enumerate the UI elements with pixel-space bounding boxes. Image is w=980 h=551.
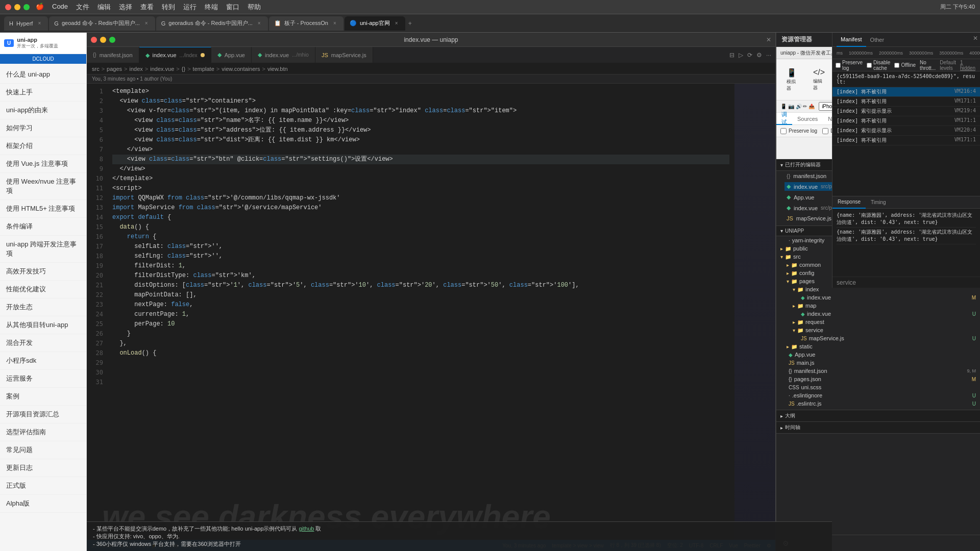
overlay-disable-cache[interactable]: Disable cache xyxy=(867,60,890,71)
sidebar-item-origin[interactable]: uni-app的由来 xyxy=(0,102,86,119)
sidebar-item-ops[interactable]: 运营服务 xyxy=(0,370,86,388)
tree-item-request[interactable]: ▸ 📁 request xyxy=(776,318,980,326)
tree-item-indexvue[interactable]: ◆ index.vue U xyxy=(776,310,980,318)
sidebar-item-performance[interactable]: 性能优化建议 xyxy=(0,281,86,298)
debug-icon[interactable]: ⟳ xyxy=(747,52,752,59)
new-tab-button[interactable]: + xyxy=(406,18,414,29)
overlay-close-btn[interactable]: ✕ xyxy=(973,35,978,42)
close-dot[interactable] xyxy=(5,4,11,10)
network-row-1[interactable]: [index] 将不被引用 VM171:1 xyxy=(832,97,980,107)
sidebar-item-condition[interactable]: 条件编译 xyxy=(0,218,86,236)
menu-app[interactable]: 🍎 xyxy=(36,3,44,12)
hidden-count[interactable]: 1 hidden xyxy=(960,60,975,71)
ide-close-btn[interactable]: ✕ xyxy=(766,36,771,43)
browser-tab-uniapp[interactable]: 🔵 uni-app官网 × xyxy=(345,16,405,31)
tree-item-service[interactable]: ▾ 📁 service xyxy=(776,326,980,334)
tree-item-indexvue[interactable]: ◆ index.vue M xyxy=(776,293,980,302)
tree-item-Appvue[interactable]: ◆ App.vue xyxy=(776,350,980,359)
menu-edit[interactable]: 编辑 xyxy=(97,3,111,12)
tab-close-geoadd[interactable]: × xyxy=(143,20,150,27)
tree-item-static[interactable]: ▸ 📁 static xyxy=(776,342,980,350)
outline-section-header[interactable]: ▸ 大纲 xyxy=(776,410,980,422)
menu-file[interactable]: 文件 xyxy=(76,3,89,12)
tree-item-eslintignore[interactable]: · .eslintignore U xyxy=(776,391,980,399)
sidebar-item-cases[interactable]: 案例 xyxy=(0,388,86,406)
tab-close-georadius[interactable]: × xyxy=(256,20,263,27)
tree-item-manifestjson[interactable]: {} manifest.json 9, M xyxy=(776,367,980,375)
network-row-3[interactable]: [index] 将不被引用 VM171:1 xyxy=(832,116,980,126)
response-tab-timing[interactable]: Timing xyxy=(866,196,891,209)
tree-item-uniscss[interactable]: CSS uni.scss xyxy=(776,383,980,391)
play-icon[interactable]: ▷ xyxy=(739,52,743,59)
ide-maximize[interactable] xyxy=(109,37,115,43)
code-content[interactable]: <template> <view class=class="str">"cont… xyxy=(107,84,734,540)
tab-close-uniapp[interactable]: × xyxy=(393,20,400,27)
sidebar-item-evaluation[interactable]: 选型评估指南 xyxy=(0,423,86,441)
more-icon[interactable]: ··· xyxy=(766,52,771,59)
sidebar-item-framework[interactable]: 框架介绍 xyxy=(0,137,86,155)
dt-tab-sources[interactable]: Sources xyxy=(792,113,823,125)
network-row-4[interactable]: [index] 索引提示显示 VM220:4 xyxy=(832,126,980,136)
menu-terminal[interactable]: 终端 xyxy=(205,3,218,12)
response-tab-response[interactable]: Response xyxy=(832,196,866,209)
sidebar-item-resources[interactable]: 开源项目资源汇总 xyxy=(0,406,86,423)
github-link[interactable]: github xyxy=(299,525,314,532)
tab-close-processon[interactable]: × xyxy=(331,20,338,27)
default-levels[interactable]: Default levels xyxy=(940,60,956,71)
menu-view[interactable]: 查看 xyxy=(140,3,154,12)
tree-item-mapServicejs[interactable]: JS mapService.js U xyxy=(776,334,980,342)
tree-item-map[interactable]: ▸ 📁 map xyxy=(776,302,980,310)
ide-tab-manifest[interactable]: {} manifest.json xyxy=(87,47,139,63)
tree-item-eslintrcjs[interactable]: JS .eslintrc.js U xyxy=(776,399,980,408)
preserve-log-checkbox[interactable]: Preserve log xyxy=(780,128,817,134)
browser-tab-georadius[interactable]: G georadius 命令 - Redis中国用户... × xyxy=(156,16,268,31)
sidebar-item-release[interactable]: 正式版 xyxy=(0,477,86,495)
ide-close[interactable] xyxy=(91,37,97,43)
overlay-tab-manifest[interactable]: Manifest xyxy=(837,33,866,47)
overlay-throttle[interactable]: No thrott... xyxy=(920,60,936,71)
maximize-dot[interactable] xyxy=(23,4,30,10)
sidebar-item-faq[interactable]: 常见问题 xyxy=(0,441,86,459)
sidebar-item-hybrid[interactable]: 混合开发 xyxy=(0,334,86,352)
ide-tab-appvue[interactable]: ◆ App.vue xyxy=(211,47,252,63)
tree-item-mainjs[interactable]: JS main.js xyxy=(776,359,980,367)
sidebar-item-sdk[interactable]: 小程序sdk xyxy=(0,352,86,370)
sidebar-item-crossplatform[interactable]: uni-app 跨端开发注意事项 xyxy=(0,236,86,263)
sidebar-item-html5[interactable]: 使用 HTML5+ 注意事项 xyxy=(0,200,86,218)
browser-tab-geoadd[interactable]: G geoadd 命令 - Redis中国用户... × xyxy=(49,16,155,31)
sidebar-item-ecosystem[interactable]: 开放生态 xyxy=(0,298,86,316)
menu-window[interactable]: 窗口 xyxy=(226,3,239,12)
menu-select[interactable]: 选择 xyxy=(119,3,132,12)
timeline-section-header[interactable]: ▸ 时间轴 xyxy=(776,422,980,434)
menu-goto[interactable]: 转到 xyxy=(162,3,175,12)
sidebar-item-changelog[interactable]: 更新日志 xyxy=(0,459,86,477)
network-row-2[interactable]: [index] 索引提示显示 VM219:4 xyxy=(832,107,980,116)
menu-code[interactable]: Code xyxy=(52,3,68,12)
overlay-preserve-log[interactable]: Preserve log xyxy=(836,60,863,71)
sidebar-item-what[interactable]: 什么是 uni-app xyxy=(0,66,86,84)
tab-close-hyperf[interactable]: × xyxy=(36,20,43,27)
dt-tab-console[interactable]: 调试 xyxy=(776,113,792,125)
simulator-btn[interactable]: 📱 模拟器 xyxy=(782,66,801,94)
overlay-tab-other[interactable]: Other xyxy=(866,33,889,47)
editor-btn[interactable]: </> 编辑器 xyxy=(809,66,829,93)
ide-tab-index[interactable]: ◆ index.vue .../index xyxy=(139,47,211,63)
sidebar-item-learn[interactable]: 如何学习 xyxy=(0,119,86,137)
ide-tab-index-mhio[interactable]: ◆ index.vue .../mhio xyxy=(252,47,315,63)
sidebar-item-vuejs[interactable]: 使用 Vue.js 注意事项 xyxy=(0,155,86,173)
ide-tab-mapservice[interactable]: JS mapService.js xyxy=(315,47,373,63)
settings-icon[interactable]: ⚙ xyxy=(756,52,762,59)
sidebar-item-weex[interactable]: 使用 Weex/nvue 注意事项 xyxy=(0,173,86,200)
browser-tab-processon[interactable]: 📋 板子 - ProcessOn × xyxy=(269,16,344,31)
window-controls[interactable] xyxy=(5,4,30,10)
sidebar-item-quickstart[interactable]: 快速上手 xyxy=(0,84,86,102)
ide-minimize[interactable] xyxy=(100,37,106,43)
split-editor-icon[interactable]: ⊟ xyxy=(729,52,734,59)
menu-help[interactable]: 帮助 xyxy=(248,3,261,12)
tree-item-pagesjson[interactable]: {} pages.json M xyxy=(776,375,980,383)
minimize-dot[interactable] xyxy=(14,4,20,10)
sidebar-item-migration[interactable]: 从其他项目转uni-app xyxy=(0,316,86,334)
ide-window-controls[interactable] xyxy=(91,37,115,43)
network-row-5[interactable]: [index] 将不被引用 VM171:1 xyxy=(832,136,980,145)
sidebar-item-alpha[interactable]: Alpha版 xyxy=(0,495,86,513)
